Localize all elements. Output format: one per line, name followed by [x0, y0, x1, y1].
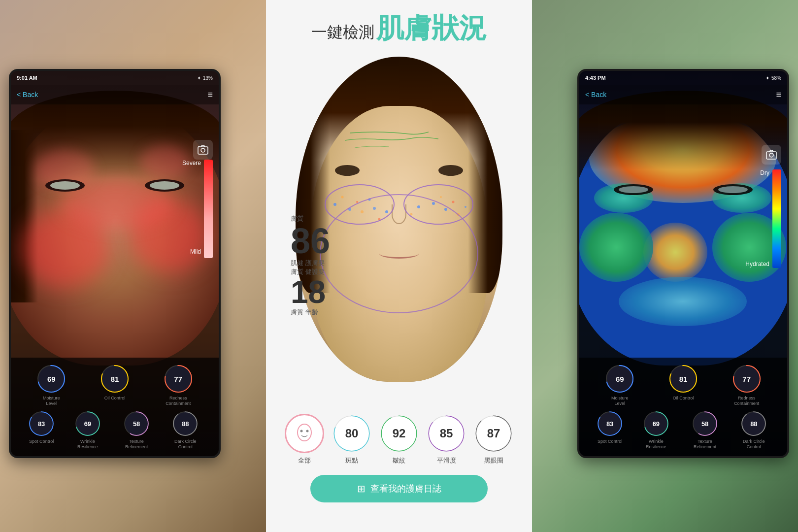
moisture-val-right: 69 [616, 375, 624, 383]
status-time-left: 9:01 AM [17, 75, 37, 81]
nav-menu-right[interactable]: ≡ [776, 90, 781, 100]
dark-circles-inner: 87 [476, 416, 511, 451]
spot-val-right: 83 [606, 420, 613, 428]
diary-icon: ⊞ [357, 483, 366, 495]
darkcircle-val-right: 88 [750, 420, 757, 428]
battery-right: 58% [771, 75, 781, 81]
severity-label-severe: Severe [182, 160, 201, 166]
center-face-area: 膚質 86 肌健 護膚要 膚質 健護要 18 膚質 年齡 [276, 57, 522, 392]
redness-val-right: 77 [742, 375, 751, 383]
nav-back-right[interactable]: < Back [585, 91, 606, 99]
metric-oil-right: 81 Oil Control [668, 364, 698, 406]
battery-left: 13% [203, 75, 213, 81]
spot-circle-left: 83 [28, 410, 55, 437]
wrinkle-circle-left: 69 [74, 410, 101, 437]
scores-display: 膚質 86 肌健 護膚要 膚質 健護要 18 膚質 年齡 [291, 214, 330, 317]
metric-texture-right: 58 Texture Refinement [689, 410, 721, 450]
svg-point-49 [769, 153, 773, 157]
camera-btn-right[interactable] [762, 145, 781, 165]
metrics-row2-right: 83 Spot Control [588, 410, 778, 450]
camera-btn-left[interactable] [193, 140, 213, 160]
thermal-left-cheek [579, 213, 653, 282]
mouth [379, 249, 419, 259]
center-bottom: 全部 80 斑點 [266, 414, 532, 502]
texture-inner-left: 58 [125, 412, 148, 435]
right-eye [438, 165, 463, 176]
spots-circle: 80 [332, 414, 371, 453]
diary-label: 查看我的護膚日誌 [370, 483, 441, 495]
spot-label-right: Spot Control [598, 439, 622, 444]
status-bar-left: 9:01 AM ✦ 13% [11, 71, 219, 85]
metric-redness-right: 77 RednessContainment [732, 364, 762, 406]
redness-circle-left: 77 [164, 364, 193, 394]
skin-age-label: 肌健 護膚要 [291, 259, 330, 267]
status-icons-right: ✦ 58% [765, 75, 781, 81]
dark-circles-value: 87 [487, 427, 500, 440]
metrics-row1-right: 69 MoistureLevel [588, 364, 778, 406]
status-time-right: 4:43 PM [585, 75, 606, 81]
moisture-label-hydrated: Hydrated [745, 261, 769, 267]
metric-wrinkle-left: 69 Wrinkle Resilience [71, 410, 103, 450]
ipad-left-screen: Severe Mild 9:01 AM ✦ 13% [11, 71, 219, 456]
wrinkle-label-left: Wrinkle Resilience [71, 439, 103, 450]
svg-point-32 [201, 148, 205, 152]
all-label: 全部 [298, 456, 311, 465]
texture-label-left: Texture Refinement [121, 439, 153, 450]
metrics-row2-left: 83 Spot Control [20, 410, 210, 450]
wrinkles-label: 皺紋 [393, 456, 405, 465]
hair-right [468, 96, 502, 293]
right-iris-right [718, 186, 748, 193]
oil-label-left: Oil Control [104, 396, 126, 401]
metric-smoothness[interactable]: 85 平滑度 [427, 414, 466, 465]
svg-point-21 [300, 430, 303, 432]
spot-inner-right: 83 [598, 412, 621, 435]
camera-icon-left [197, 144, 209, 156]
moisture-label-right: MoistureLevel [611, 396, 629, 406]
metric-wrinkle-right: 69 Wrinkle Resilience [640, 410, 672, 450]
oil-val-left: 81 [111, 375, 119, 383]
nav-back-left[interactable]: < Back [17, 91, 38, 99]
moisture-scale [772, 169, 781, 268]
metric-redness-left: 77 RednessContainment [164, 364, 193, 406]
redness-label-left: RednessContainment [166, 396, 191, 406]
wifi-icon-right: ✦ [765, 75, 769, 81]
svg-point-20 [298, 424, 311, 441]
camera-icon-right [765, 149, 777, 161]
nav-menu-left[interactable]: ≡ [207, 90, 213, 100]
metric-all[interactable]: 全部 [285, 414, 324, 465]
spot-val-left: 83 [38, 420, 45, 428]
thermal-chin [619, 277, 747, 326]
spots-value: 80 [345, 427, 359, 440]
spot-label-left: Spot Control [29, 439, 54, 444]
wrinkle-val-right: 69 [653, 420, 660, 428]
center-section: 一鍵檢測 肌膚狀況 [266, 0, 532, 532]
texture-inner-right: 58 [694, 412, 716, 435]
oil-label-right: Oil Control [673, 396, 694, 401]
metric-spots[interactable]: 80 斑點 [332, 414, 371, 465]
moisture-label-left: MoistureLevel [43, 396, 60, 406]
metric-wrinkles[interactable]: 92 皺紋 [379, 414, 419, 465]
metric-spot-left: 83 Spot Control [28, 410, 55, 450]
center-header: 一鍵檢測 肌膚狀況 [266, 10, 532, 47]
nose [392, 204, 406, 224]
diary-button[interactable]: ⊞ 查看我的護膚日誌 [310, 475, 488, 502]
metrics-row1-left: 69 MoistureLevel [20, 364, 210, 406]
smoothness-value: 85 [440, 427, 453, 440]
face-svg [294, 423, 315, 444]
metric-dark-circles[interactable]: 87 黑眼圈 [474, 414, 513, 465]
header-title: 肌膚狀況 [376, 12, 487, 43]
texture-circle-left: 58 [123, 410, 150, 437]
wrinkle-val-left: 69 [84, 420, 91, 428]
metric-moisture-right: 69 MoistureLevel [605, 364, 634, 406]
ipad-left: Severe Mild 9:01 AM ✦ 13% [9, 69, 221, 458]
smoothness-label: 平滑度 [437, 456, 456, 465]
oil-circle-left: 81 [100, 364, 130, 394]
left-iris-right [150, 181, 179, 190]
moisture-circle-left: 69 [36, 364, 66, 394]
face-skin [310, 106, 488, 382]
status-bar-right: 4:43 PM ✦ 58% [579, 71, 787, 85]
oil-val-right: 81 [679, 375, 688, 383]
wrinkles-inner: 92 [382, 416, 416, 451]
spot-inner-left: 83 [30, 412, 53, 435]
wrinkle-inner-right: 69 [645, 412, 667, 435]
